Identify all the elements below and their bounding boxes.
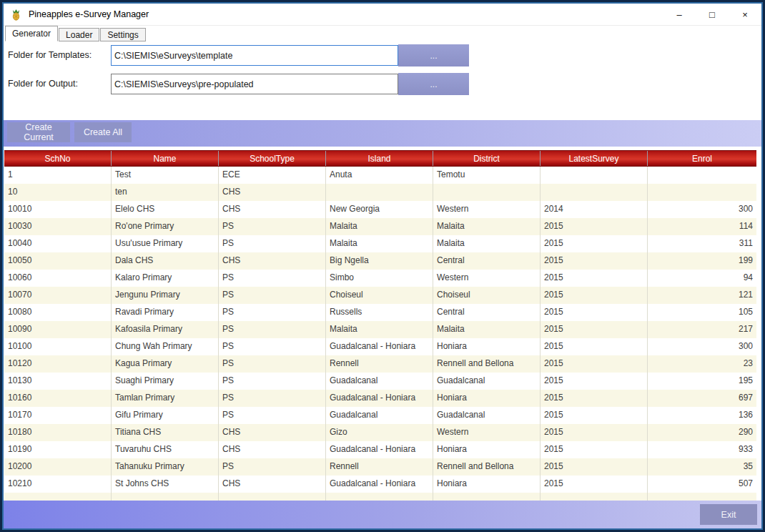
- cell-island: Rennell: [326, 458, 433, 476]
- window-content: Pineapples e-Survey Manager – □ × Genera…: [2, 2, 763, 530]
- cell-district: [433, 184, 541, 201]
- cell-latestsurvey: 2015: [541, 373, 648, 390]
- column-header-schno[interactable]: SchNo: [4, 151, 112, 166]
- column-header-latestsurvey[interactable]: LatestSurvey: [541, 151, 648, 166]
- cell-island: Simbo: [326, 270, 433, 287]
- output-folder-input[interactable]: [111, 74, 398, 94]
- create-all-button[interactable]: Create All: [74, 122, 132, 142]
- cell-latestsurvey: 2015: [541, 390, 648, 407]
- cell-name: Kalaro Primary: [112, 270, 219, 287]
- cell-island: Guadalcanal: [326, 373, 433, 390]
- table-row[interactable]: 10160Tamlan PrimaryPSGuadalcanal - Honia…: [4, 390, 756, 407]
- cell-latestsurvey: 2015: [541, 476, 648, 493]
- cell-island: Russells: [326, 304, 433, 321]
- column-header-name[interactable]: Name: [112, 151, 219, 166]
- column-header-island[interactable]: Island: [326, 151, 433, 166]
- cell-district: Choiseul: [433, 287, 541, 304]
- table-row[interactable]: 10090Kafoasila PrimaryPSMalaitaMalaita20…: [4, 321, 756, 338]
- cell-schooltype: CHS: [219, 424, 326, 441]
- footer-bar: Exit: [4, 501, 761, 528]
- minimize-icon[interactable]: –: [663, 4, 696, 25]
- cell-latestsurvey: 2015: [541, 287, 648, 304]
- table-row[interactable]: 10200Tahanuku PrimaryPSRennellRennell an…: [4, 458, 756, 476]
- cell-district: Rennell and Bellona: [433, 458, 541, 476]
- templates-browse-button[interactable]: ...: [398, 44, 469, 66]
- cell-district: Honiara: [433, 476, 541, 493]
- cell-schno: 10120: [4, 355, 112, 373]
- cell-island: New Georgia: [326, 201, 433, 218]
- column-header-schooltype[interactable]: SchoolType: [219, 151, 326, 166]
- cell-name: Tamlan Primary: [112, 390, 219, 407]
- tab-loader[interactable]: Loader: [59, 28, 99, 41]
- table-row[interactable]: 10190Tuvaruhu CHSCHSGuadalcanal - Honiar…: [4, 441, 756, 458]
- cell-island: Rennell: [326, 355, 433, 373]
- column-header-enrol[interactable]: Enrol: [648, 151, 756, 166]
- cell-name: Usu'usue Primary: [112, 235, 219, 252]
- output-browse-button[interactable]: ...: [398, 73, 469, 95]
- cell-name: Suaghi Primary: [112, 373, 219, 390]
- table-row[interactable]: 10120Kagua PrimaryPSRennellRennell and B…: [4, 355, 756, 373]
- close-icon[interactable]: ×: [729, 4, 761, 25]
- cell-enrol: 507: [648, 476, 756, 493]
- table-row[interactable]: 10060Kalaro PrimaryPSSimboWestern201594: [4, 270, 756, 287]
- tab-settings[interactable]: Settings: [100, 28, 145, 41]
- cell-enrol: 300: [648, 201, 756, 218]
- cell-schno: 10070: [4, 287, 112, 304]
- cell-schooltype: CHS: [219, 476, 326, 493]
- cell-district: Central: [433, 304, 541, 321]
- table-row[interactable]: 10210St Johns CHSCHSGuadalcanal - Honiar…: [4, 476, 756, 493]
- cell-schooltype: PS: [219, 338, 326, 355]
- tab-generator[interactable]: Generator: [5, 26, 58, 41]
- cell-island: Guadalcanal: [326, 407, 433, 424]
- cell-latestsurvey: 2015: [541, 424, 648, 441]
- cell-island: Choiseul: [326, 287, 433, 304]
- cell-empty: [326, 493, 433, 501]
- table-row[interactable]: 10100Chung Wah PrimaryPSGuadalcanal - Ho…: [4, 338, 756, 355]
- cell-enrol: 199: [648, 252, 756, 270]
- table-row[interactable]: 10040Usu'usue PrimaryPSMalaitaMalaita201…: [4, 235, 756, 252]
- cell-name: Kagua Primary: [112, 355, 219, 373]
- pineapple-app-icon: [10, 9, 22, 21]
- cell-enrol: 300: [648, 338, 756, 355]
- cell-schno: 10200: [4, 458, 112, 476]
- table-row[interactable]: 10080Ravadi PrimaryPSRussellsCentral2015…: [4, 304, 756, 321]
- table-row[interactable]: 10050Dala CHSCHSBig NgellaCentral2015199: [4, 252, 756, 270]
- table-row[interactable]: 10170Gifu PrimaryPSGuadalcanalGuadalcana…: [4, 407, 756, 424]
- cell-schooltype: PS: [219, 235, 326, 252]
- cell-schooltype: ECE: [219, 167, 326, 184]
- table-row[interactable]: 1TestECEAnutaTemotu: [4, 167, 756, 184]
- cell-latestsurvey: 2015: [541, 407, 648, 424]
- cell-island: Gizo: [326, 424, 433, 441]
- cell-schooltype: PS: [219, 458, 326, 476]
- column-header-district[interactable]: District: [433, 151, 541, 166]
- cell-enrol: 933: [648, 441, 756, 458]
- table-row[interactable]: 10070Jengunu PrimaryPSChoiseulChoiseul20…: [4, 287, 756, 304]
- table-row[interactable]: 10180Titiana CHSCHSGizoWestern2015290: [4, 424, 756, 441]
- create-current-button[interactable]: Create Current: [7, 122, 70, 142]
- cell-schooltype: PS: [219, 321, 326, 338]
- templates-label: Folder for Templates:: [8, 45, 92, 66]
- cell-schno: 10180: [4, 424, 112, 441]
- cell-island: Malaita: [326, 235, 433, 252]
- table-row-partial: [4, 493, 756, 501]
- cell-name: Kafoasila Primary: [112, 321, 219, 338]
- cell-latestsurvey: 2014: [541, 201, 648, 218]
- cell-enrol: 35: [648, 458, 756, 476]
- cell-schooltype: CHS: [219, 252, 326, 270]
- cell-latestsurvey: [541, 167, 648, 184]
- cell-schooltype: PS: [219, 390, 326, 407]
- cell-enrol: 105: [648, 304, 756, 321]
- cell-name: Elelo CHS: [112, 201, 219, 218]
- cell-district: Guadalcanal: [433, 373, 541, 390]
- cell-district: Rennell and Bellona: [433, 355, 541, 373]
- table-row[interactable]: 10130Suaghi PrimaryPSGuadalcanalGuadalca…: [4, 373, 756, 390]
- table-row[interactable]: 10030Ro'one PrimaryPSMalaitaMalaita20151…: [4, 218, 756, 235]
- cell-schno: 10060: [4, 270, 112, 287]
- cell-district: Guadalcanal: [433, 407, 541, 424]
- maximize-icon[interactable]: □: [696, 4, 729, 25]
- exit-button[interactable]: Exit: [700, 504, 757, 525]
- templates-folder-input[interactable]: [111, 45, 398, 66]
- table-row[interactable]: 10tenCHS: [4, 184, 756, 201]
- cell-island: Malaita: [326, 321, 433, 338]
- table-row[interactable]: 10010Elelo CHSCHSNew GeorgiaWestern20143…: [4, 201, 756, 218]
